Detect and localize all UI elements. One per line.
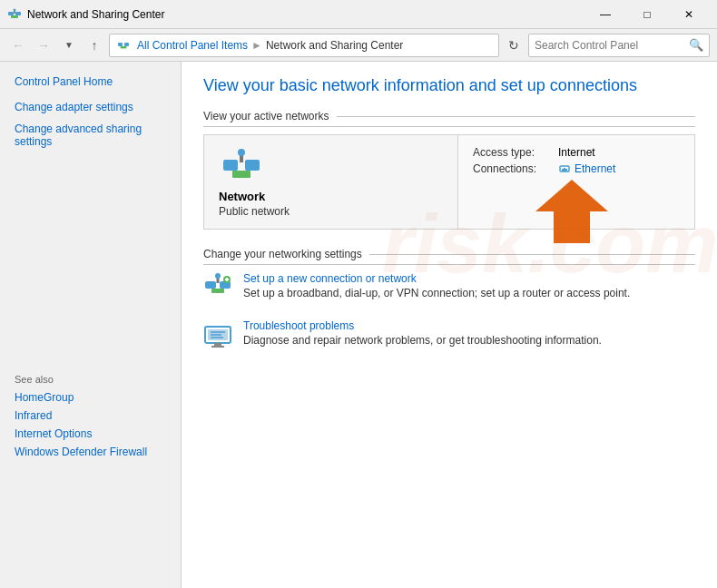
access-type-label: Access type: xyxy=(473,146,555,159)
troubleshoot-desc: Diagnose and repair network problems, or… xyxy=(243,334,602,347)
troubleshoot-text: Troubleshoot problems Diagnose and repai… xyxy=(243,319,602,347)
connections-label: Connections: xyxy=(473,162,555,175)
recent-button[interactable]: ▼ xyxy=(58,34,80,56)
sidebar-item-internet-options[interactable]: Internet Options xyxy=(0,425,182,443)
setup-connection-link[interactable]: Set up a new connection or network xyxy=(243,272,630,285)
sidebar-item-control-panel-home[interactable]: Control Panel Home xyxy=(0,73,181,91)
search-button[interactable]: 🔍 xyxy=(689,38,703,52)
maximize-button[interactable]: □ xyxy=(626,0,668,29)
svg-rect-5 xyxy=(118,43,123,46)
path-part1: All Control Panel Items xyxy=(137,39,248,52)
ethernet-label: Ethernet xyxy=(575,162,615,175)
search-input[interactable] xyxy=(535,39,689,52)
svg-rect-28 xyxy=(214,343,221,346)
setup-connection-desc: Set up a broadband, dial-up, or VPN conn… xyxy=(243,287,630,299)
troubleshoot-item: Troubleshoot problems Diagnose and repai… xyxy=(203,319,695,348)
refresh-button[interactable]: ↻ xyxy=(503,34,525,56)
address-bar: ← → ▼ ↑ All Control Panel Items ► Networ… xyxy=(0,29,717,62)
window-title: Network and Sharing Center xyxy=(27,8,584,21)
up-button[interactable]: ↑ xyxy=(83,34,105,56)
sidebar: Control Panel Home Change adapter settin… xyxy=(0,62,182,588)
sidebar-item-change-adapter-settings[interactable]: Change adapter settings xyxy=(0,98,181,116)
app-icon xyxy=(7,7,22,22)
svg-rect-18 xyxy=(205,281,216,289)
svg-point-13 xyxy=(238,149,245,156)
network-icon-area xyxy=(219,146,443,182)
svg-rect-15 xyxy=(562,169,564,172)
troubleshoot-link[interactable]: Troubleshoot problems xyxy=(243,319,602,332)
page-title: View your basic network information and … xyxy=(203,76,695,95)
setup-connection-icon xyxy=(203,272,232,301)
svg-rect-2 xyxy=(11,15,18,18)
title-bar: Network and Sharing Center — □ ✕ xyxy=(0,0,717,29)
networking-settings-header: Change your networking settings xyxy=(203,248,695,265)
sidebar-item-homegroup[interactable]: HomeGroup xyxy=(0,388,182,407)
forward-button[interactable]: → xyxy=(33,34,54,56)
svg-rect-20 xyxy=(211,289,224,293)
sidebar-item-windows-defender-firewall[interactable]: Windows Defender Firewall xyxy=(0,443,182,461)
back-button[interactable]: ← xyxy=(7,34,29,56)
active-networks-header: View your active networks xyxy=(203,110,695,127)
network-left: Network Public network xyxy=(204,135,458,229)
svg-rect-17 xyxy=(564,168,565,172)
svg-rect-10 xyxy=(245,160,260,171)
access-type-value: Internet xyxy=(558,146,595,159)
address-path[interactable]: All Control Panel Items ► Network and Sh… xyxy=(109,34,499,57)
access-type-row: Access type: Internet xyxy=(473,146,680,159)
search-box[interactable]: 🔍 xyxy=(528,34,710,57)
svg-point-22 xyxy=(215,273,221,279)
content-area: risk.com View your basic network informa… xyxy=(182,62,717,588)
sidebar-item-change-advanced-sharing[interactable]: Change advanced sharingsettings xyxy=(0,120,181,151)
see-also-title: See also xyxy=(0,359,182,388)
minimize-button[interactable]: — xyxy=(584,0,626,29)
svg-rect-16 xyxy=(565,169,567,172)
network-info-box: Network Public network Access type: Inte… xyxy=(203,134,695,230)
svg-rect-1 xyxy=(15,12,21,15)
path-separator: ► xyxy=(251,39,262,52)
path-part2: Network and Sharing Center xyxy=(266,39,403,52)
svg-rect-6 xyxy=(124,43,129,46)
svg-rect-29 xyxy=(211,346,224,348)
setup-connection-text: Set up a new connection or network Set u… xyxy=(243,272,630,299)
svg-rect-9 xyxy=(223,160,238,171)
connections-row: Connections: Ethernet xyxy=(473,162,680,175)
ethernet-link[interactable]: Ethernet xyxy=(558,162,615,175)
svg-rect-11 xyxy=(232,171,250,178)
ethernet-icon xyxy=(558,162,571,175)
window-controls: — □ ✕ xyxy=(584,0,710,29)
svg-rect-7 xyxy=(121,46,127,49)
main-layout: Control Panel Home Change adapter settin… xyxy=(0,62,717,588)
close-button[interactable]: ✕ xyxy=(668,0,710,29)
sidebar-item-infrared[interactable]: Infrared xyxy=(0,407,182,425)
network-right: Access type: Internet Connections: Ether… xyxy=(458,135,694,229)
network-type: Public network xyxy=(219,205,443,218)
svg-rect-0 xyxy=(8,12,14,15)
settings-section: Change your networking settings xyxy=(203,248,695,348)
svg-point-4 xyxy=(14,8,16,11)
network-name: Network xyxy=(219,190,443,203)
setup-connection-item: Set up a new connection or network Set u… xyxy=(203,272,695,301)
troubleshoot-icon xyxy=(203,319,232,348)
